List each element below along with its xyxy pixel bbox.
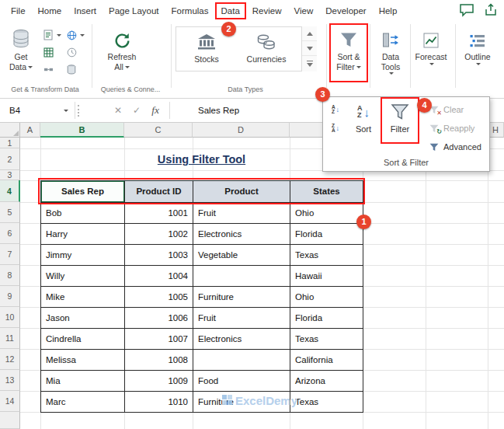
from-table-icon[interactable] bbox=[43, 45, 65, 59]
table-cell[interactable]: Furniture bbox=[193, 287, 290, 308]
row-header-9[interactable]: 9 bbox=[0, 286, 20, 307]
row-header-4[interactable]: 4 bbox=[0, 180, 20, 202]
table-cell[interactable]: Texas bbox=[290, 392, 363, 413]
table-cell[interactable] bbox=[193, 350, 290, 371]
column-header-C[interactable]: C bbox=[124, 123, 193, 138]
table-cell[interactable] bbox=[193, 266, 290, 287]
cancel-entry-button[interactable]: ✕ bbox=[110, 99, 126, 122]
tab-file[interactable]: File bbox=[5, 2, 32, 19]
tab-view[interactable]: View bbox=[288, 2, 320, 19]
row-header-10[interactable]: 10 bbox=[0, 307, 20, 328]
confirm-entry-button[interactable]: ✓ bbox=[129, 99, 144, 122]
row-header-5[interactable]: 5 bbox=[0, 202, 20, 223]
formula-input[interactable]: Sales Rep bbox=[198, 99, 239, 122]
row-header-8[interactable]: 8 bbox=[0, 265, 20, 286]
row-header-6[interactable]: 6 bbox=[0, 223, 20, 244]
row-header-13[interactable]: 13 bbox=[0, 370, 20, 391]
table-header-sales-rep[interactable]: Sales Rep bbox=[41, 181, 125, 203]
table-cell[interactable]: Jason bbox=[41, 308, 125, 329]
forecast-button[interactable]: Forecast bbox=[412, 25, 450, 68]
table-cell[interactable]: Mike bbox=[41, 287, 125, 308]
table-cell[interactable]: 1006 bbox=[125, 308, 193, 329]
comment-icon[interactable] bbox=[459, 3, 474, 20]
table-cell[interactable]: Texas bbox=[290, 245, 363, 266]
table-cell[interactable]: Electronics bbox=[193, 224, 290, 245]
name-box-caret-icon[interactable] bbox=[64, 110, 68, 112]
data-tools-button[interactable]: Data Tools bbox=[373, 25, 408, 77]
table-cell[interactable]: Vegetable bbox=[193, 245, 290, 266]
table-cell[interactable]: 1005 bbox=[125, 287, 193, 308]
table-cell[interactable]: 1004 bbox=[125, 266, 193, 287]
tab-home[interactable]: Home bbox=[32, 2, 68, 19]
table-cell[interactable]: Melissa bbox=[41, 350, 125, 371]
row-header-2[interactable]: 2 bbox=[0, 148, 20, 170]
table-cell[interactable]: 1010 bbox=[125, 392, 193, 413]
table-cell[interactable]: Food bbox=[193, 371, 290, 392]
gallery-more-button[interactable] bbox=[302, 56, 317, 71]
table-cell[interactable]: Fruit bbox=[193, 203, 290, 224]
table-cell[interactable]: Ohio bbox=[290, 287, 363, 308]
column-header-A[interactable]: A bbox=[20, 123, 40, 138]
row-header-12[interactable]: 12 bbox=[0, 349, 20, 370]
row-header-11[interactable]: 11 bbox=[0, 328, 20, 349]
row-header-7[interactable]: 7 bbox=[0, 244, 20, 265]
tab-formulas[interactable]: Formulas bbox=[165, 2, 215, 19]
advanced-menu-item[interactable]: Advanced bbox=[429, 139, 481, 155]
filter-menu-button[interactable]: Filter bbox=[384, 99, 416, 134]
column-header-B[interactable]: B bbox=[40, 123, 124, 138]
table-header-product-id[interactable]: Product ID bbox=[125, 181, 193, 203]
table-cell[interactable]: 1002 bbox=[125, 224, 193, 245]
table-cell[interactable]: Texas bbox=[290, 329, 363, 350]
sort-z-to-a-button[interactable]: ZA ↓ bbox=[326, 120, 345, 136]
tab-review[interactable]: Review bbox=[246, 2, 288, 19]
tab-developer[interactable]: Developer bbox=[319, 2, 372, 19]
table-cell[interactable]: Fruit bbox=[193, 308, 290, 329]
gallery-scroll-up[interactable] bbox=[302, 26, 317, 41]
table-header-product[interactable]: Product bbox=[193, 181, 290, 203]
formula-bar-handle[interactable] bbox=[78, 105, 79, 117]
table-cell[interactable]: Ohio bbox=[290, 203, 363, 224]
column-header-D[interactable]: D bbox=[193, 123, 290, 138]
table-cell[interactable]: 1008 bbox=[125, 350, 193, 371]
tab-page-layout[interactable]: Page Layout bbox=[103, 2, 165, 19]
sort-and-filter-button[interactable]: Sort & Filter bbox=[331, 25, 367, 72]
sheet-title-cell[interactable]: Using Filter Tool bbox=[40, 148, 363, 170]
tab-data[interactable]: Data bbox=[215, 2, 246, 19]
gallery-scroll-down[interactable] bbox=[302, 41, 317, 56]
table-cell[interactable]: Harry bbox=[41, 224, 125, 245]
table-cell[interactable]: Cindrella bbox=[41, 329, 125, 350]
table-cell[interactable]: Florida bbox=[290, 224, 363, 245]
get-data-button[interactable]: Get Data bbox=[3, 25, 39, 72]
table-cell[interactable]: 1009 bbox=[125, 371, 193, 392]
small-database-icon[interactable] bbox=[67, 62, 89, 76]
refresh-all-button[interactable]: Refresh All bbox=[98, 25, 146, 72]
table-cell[interactable]: Arizona bbox=[290, 371, 363, 392]
select-all-corner[interactable] bbox=[0, 123, 20, 138]
tab-help[interactable]: Help bbox=[373, 2, 404, 19]
table-cell[interactable]: Florida bbox=[290, 308, 363, 329]
recent-sources-icon[interactable] bbox=[67, 45, 89, 59]
table-cell[interactable]: Willy bbox=[41, 266, 125, 287]
table-cell[interactable]: California bbox=[290, 350, 363, 371]
row-header-1[interactable]: 1 bbox=[0, 138, 20, 148]
existing-connections-icon[interactable] bbox=[43, 62, 65, 76]
table-cell[interactable]: 1007 bbox=[125, 329, 193, 350]
currencies-button[interactable]: Currencies bbox=[236, 28, 297, 64]
insert-function-button[interactable]: fx bbox=[148, 99, 163, 122]
sort-a-to-z-button[interactable]: AZ ↓ bbox=[326, 102, 345, 117]
column-header-H[interactable]: H bbox=[488, 123, 504, 138]
table-cell[interactable]: Bob bbox=[41, 203, 125, 224]
row-header-14[interactable]: 14 bbox=[0, 391, 20, 412]
table-cell[interactable]: Hawaii bbox=[290, 266, 363, 287]
table-cell[interactable]: 1003 bbox=[125, 245, 193, 266]
outline-button[interactable]: Outline bbox=[457, 25, 499, 68]
share-icon[interactable] bbox=[484, 3, 498, 20]
table-cell[interactable]: Electronics bbox=[193, 329, 290, 350]
row-header-3[interactable]: 3 bbox=[0, 170, 20, 180]
table-header-states[interactable]: States bbox=[290, 181, 363, 203]
table-cell[interactable]: Jimmy bbox=[41, 245, 125, 266]
table-cell[interactable]: 1001 bbox=[125, 203, 193, 224]
table-cell[interactable]: Marc bbox=[41, 392, 125, 413]
from-web-icon[interactable] bbox=[67, 28, 89, 42]
sort-menu-button[interactable]: AZ ↓ Sort bbox=[346, 99, 381, 134]
